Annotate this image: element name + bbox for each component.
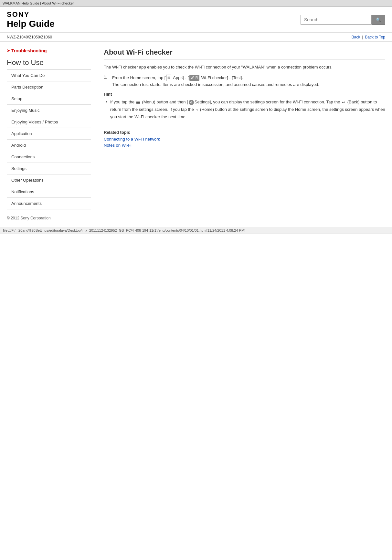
help-guide-title: Help Guide: [7, 19, 55, 29]
nav-links: Back | Back to Top: [352, 35, 385, 39]
search-button[interactable]: 🔍: [372, 15, 385, 25]
sidebar-item-settings[interactable]: Settings: [7, 163, 91, 174]
logo-area: SONY Help Guide: [7, 10, 55, 29]
sony-logo: SONY: [7, 10, 55, 19]
settings-icon: ⚙: [189, 100, 194, 105]
browser-title-text: WALKMAN Help Guide | About Wi-Fi checker: [3, 1, 74, 5]
hint-content: If you tap the (Menu) button and then [⚙…: [104, 99, 385, 120]
sidebar-item-what-you-can-do[interactable]: What You Can Do: [7, 70, 91, 81]
page-header: SONY Help Guide 🔍: [0, 7, 392, 33]
sidebar-item-enjoying-music[interactable]: Enjoying Music: [7, 105, 91, 116]
content-title: About Wi-Fi checker: [104, 48, 385, 59]
hint-menu-label: (Menu) button and then [: [142, 100, 188, 104]
sidebar: ➤ Troubleshooting How to Use What You Ca…: [7, 48, 91, 220]
main-layout: ➤ Troubleshooting How to Use What You Ca…: [0, 42, 392, 227]
status-bar: file:///F|/...20and%20Settings/editorala…: [0, 227, 392, 234]
search-area: 🔍: [301, 15, 385, 25]
sidebar-item-notifications[interactable]: Notifications: [7, 186, 91, 198]
related-link-wifi-network[interactable]: Connecting to a Wi-Fi network: [104, 137, 385, 142]
hint-settings-label: Settings], you can display the settings …: [195, 100, 340, 104]
troubleshooting-link[interactable]: ➤ Troubleshooting: [7, 48, 91, 53]
sidebar-item-announcements[interactable]: Announcements: [7, 198, 91, 209]
step-number-1: 1.: [104, 75, 110, 88]
copyright-text: © 2012 Sony Corporation: [7, 216, 91, 220]
search-icon: 🔍: [376, 17, 381, 22]
step-content-1: From the Home screen, tap [⊞ Apps] - [Wi…: [112, 75, 319, 88]
related-topic-section: Related topic Connecting to a Wi-Fi netw…: [104, 126, 385, 148]
how-to-use-heading: How to Use: [7, 58, 91, 67]
step1-instruction-before: From the Home screen, tap [: [112, 75, 165, 80]
troubleshooting-label: Troubleshooting: [11, 48, 47, 53]
step1-detail: The connection test starts. Items are ch…: [112, 82, 319, 87]
hint-section: Hint If you tap the (Menu) button and th…: [104, 92, 385, 120]
sidebar-item-connections[interactable]: Connections: [7, 151, 91, 163]
nav-separator: |: [362, 35, 363, 39]
search-input[interactable]: [301, 15, 372, 25]
chevron-right-icon: ➤: [7, 48, 10, 53]
nav-bar: NWZ-Z1040/Z1050/Z1060 Back | Back to Top: [0, 33, 392, 42]
step-item-1: 1. From the Home screen, tap [⊞ Apps] - …: [104, 75, 385, 88]
apps-icon: ⊞: [166, 75, 171, 81]
content-area: About Wi-Fi checker The Wi-Fi checker ap…: [97, 48, 385, 220]
back-to-top-link[interactable]: Back to Top: [365, 35, 385, 39]
related-link-notes-wifi[interactable]: Notes on Wi-Fi: [104, 143, 385, 148]
sidebar-item-setup[interactable]: Setup: [7, 93, 91, 105]
sidebar-item-other-operations[interactable]: Other Operations: [7, 174, 91, 186]
device-model: NWZ-Z1040/Z1050/Z1060: [7, 35, 52, 39]
back-link[interactable]: Back: [352, 35, 360, 39]
step1-middle: Apps] - [: [172, 75, 188, 80]
hint-text-before: If you tap the: [110, 100, 134, 104]
sidebar-item-application[interactable]: Application: [7, 128, 91, 140]
wifi-checker-icon: Wi-Fi: [189, 75, 199, 81]
browser-title-bar: WALKMAN Help Guide | About Wi-Fi checker: [0, 0, 392, 7]
status-bar-text: file:///F|/...20and%20Settings/editorala…: [3, 228, 245, 232]
steps-list: 1. From the Home screen, tap [⊞ Apps] - …: [104, 75, 385, 88]
sidebar-item-parts-description[interactable]: Parts Description: [7, 81, 91, 93]
sidebar-item-android[interactable]: Android: [7, 140, 91, 151]
menu-icon: [136, 101, 140, 104]
home-icon: ⌂: [196, 106, 198, 113]
content-intro: The Wi-Fi checker app enables you to che…: [104, 64, 385, 71]
step1-end: Wi-Fi checker] - [Test].: [200, 75, 243, 80]
back-arrow-icon: ↩: [342, 99, 345, 106]
related-topic-label: Related topic: [104, 130, 385, 135]
sidebar-item-enjoying-videos[interactable]: Enjoying Videos / Photos: [7, 116, 91, 128]
hint-label: Hint: [104, 92, 385, 97]
